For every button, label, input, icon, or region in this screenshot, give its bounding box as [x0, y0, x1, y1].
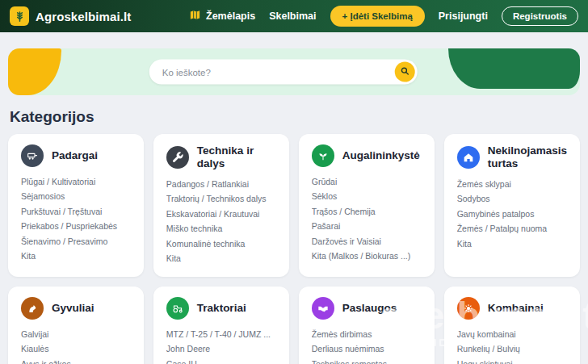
category-card[interactable]: PaslaugosŽemės dirbimasDerliaus nuėmimas…: [299, 287, 435, 364]
search-banner: [8, 48, 580, 95]
subcategory-link[interactable]: Kita (Malkos / Biokuras ...): [312, 249, 422, 265]
category-subcategory-list: GrūdaiSėklosTrąšos / ChemijaPašaraiDaržo…: [312, 174, 422, 264]
search-button[interactable]: [395, 62, 415, 82]
category-title[interactable]: Nekilnojamasis turtas: [488, 144, 567, 169]
category-card[interactable]: Nekilnojamasis turtasŽemės sklypaiSodybo…: [444, 134, 580, 277]
subcategory-link[interactable]: Daržovės ir Vaisiai: [312, 234, 422, 249]
category-card[interactable]: Technika ir dalysPadangos / RatlankiaiTr…: [153, 134, 289, 277]
subcategory-link[interactable]: Žemės / Patalpų nuoma: [457, 222, 567, 237]
category-card-header: Augalininkystė: [312, 144, 422, 167]
subcategory-link[interactable]: Javų kombainai: [457, 327, 567, 342]
combine-icon: [457, 297, 480, 320]
category-title[interactable]: Gyvuliai: [52, 302, 94, 315]
brand-logo[interactable]: Agroskelbimai.lt: [10, 6, 131, 26]
wrench-icon: [166, 146, 189, 169]
subcategory-link[interactable]: Komunalinė technika: [166, 236, 276, 252]
trailer-icon: [21, 144, 44, 167]
subcategory-link[interactable]: Grūdai: [312, 174, 422, 190]
search-form: [149, 60, 418, 85]
category-card-header: Technika ir dalys: [166, 144, 276, 169]
subcategory-link[interactable]: Trąšos / Chemija: [312, 204, 422, 220]
decorative-green-shape: [448, 48, 580, 89]
subcategory-link[interactable]: Sodybos: [457, 192, 567, 207]
subcategory-link[interactable]: Runkelių / Bulvių: [457, 342, 567, 358]
subcategory-link[interactable]: Žemės dirbimas: [312, 327, 422, 342]
category-title[interactable]: Traktoriai: [197, 302, 246, 315]
category-card-header: Kombainai: [457, 297, 567, 320]
category-card[interactable]: KombainaiJavų kombainaiRunkelių / Bulvių…: [444, 287, 580, 364]
category-subcategory-list: GalvijaiKiaulėsAvys ir ožkosPaukščiaiArk…: [21, 327, 131, 364]
horse-icon: [21, 297, 44, 320]
category-subcategory-list: Plūgai / KultivatoriaiSėjamosiosPurkštuv…: [21, 174, 131, 264]
subcategory-link[interactable]: Priekabos / Puspriekabės: [21, 220, 131, 235]
subcategory-link[interactable]: Sėjamosios: [21, 190, 131, 205]
decorative-yellow-shape: [8, 48, 61, 95]
subcategory-link[interactable]: Derliaus nuėmimas: [312, 342, 422, 358]
category-subcategory-list: Padangos / RatlankiaiTraktorių / Technik…: [166, 177, 276, 266]
navbar-links: Žemėlapis Skelbimai + Įdėti Skelbimą Pri…: [189, 6, 578, 27]
tractor-icon: [166, 297, 189, 320]
category-title[interactable]: Kombainai: [488, 302, 544, 315]
subcategory-link[interactable]: Šienavimo / Presavimo: [21, 234, 131, 249]
login-link[interactable]: Prisijungti: [439, 10, 488, 22]
add-listing-button[interactable]: + Įdėti Skelbimą: [330, 6, 425, 27]
search-input[interactable]: [149, 67, 395, 77]
register-button[interactable]: Registruotis: [502, 6, 578, 26]
subcategory-link[interactable]: Padangos / Ratlankiai: [166, 177, 276, 192]
subcategory-link[interactable]: Kita: [21, 249, 131, 265]
subcategory-link[interactable]: Traktorių / Technikos dalys: [166, 192, 276, 207]
subcategory-link[interactable]: MTZ / T-25 / T-40 / JUMZ ...: [166, 327, 276, 342]
magnifier-icon: [400, 65, 410, 78]
top-navbar: Agroskelbimai.lt Žemėlapis Skelbimai + Į…: [0, 0, 588, 32]
category-subcategory-list: Javų kombainaiRunkelių / BulviųUogų skin…: [457, 327, 567, 364]
subcategory-link[interactable]: Sėklos: [312, 190, 422, 205]
subcategory-link[interactable]: Plūgai / Kultivatoriai: [21, 174, 131, 190]
category-title[interactable]: Augalininkystė: [342, 149, 420, 162]
category-title[interactable]: Padargai: [52, 149, 98, 162]
subcategory-link[interactable]: Ekskavatoriai / Krautuvai: [166, 207, 276, 222]
handshake-icon: [312, 297, 334, 320]
subcategory-link[interactable]: Gamybinės patalpos: [457, 207, 567, 222]
subcategory-link[interactable]: Žemės sklypai: [457, 177, 567, 192]
category-subcategory-list: Žemės dirbimasDerliaus nuėmimasTechnikos…: [312, 327, 422, 364]
sprout-icon: [312, 144, 334, 167]
brand-name: Agroskelbimai.lt: [36, 10, 131, 23]
category-card-header: Traktoriai: [166, 297, 276, 320]
subcategory-link[interactable]: Avys ir ožkos: [21, 357, 131, 364]
categories-grid: PadargaiPlūgai / KultivatoriaiSėjamosios…: [8, 134, 580, 364]
page-title: Kategorijos: [10, 108, 578, 126]
category-title[interactable]: Technika ir dalys: [197, 144, 276, 169]
wheat-icon: [10, 6, 29, 26]
subcategory-link[interactable]: Kita: [457, 236, 567, 252]
subcategory-link[interactable]: Technikos remontas: [312, 357, 422, 364]
category-card[interactable]: TraktoriaiMTZ / T-25 / T-40 / JUMZ ...Jo…: [153, 287, 289, 364]
category-card[interactable]: AugalininkystėGrūdaiSėklosTrąšos / Chemi…: [299, 134, 435, 277]
map-icon: [189, 9, 201, 23]
nav-map-label: Žemėlapis: [206, 10, 255, 22]
subcategory-link[interactable]: Pašarai: [312, 220, 422, 235]
subcategory-link[interactable]: Purkštuvai / Tręštuvai: [21, 204, 131, 220]
category-card[interactable]: PadargaiPlūgai / KultivatoriaiSėjamosios…: [8, 134, 144, 277]
category-card-header: Nekilnojamasis turtas: [457, 144, 567, 169]
subcategory-link[interactable]: Galvijai: [21, 327, 131, 342]
home-icon: [457, 146, 480, 169]
subcategory-link[interactable]: Kiaulės: [21, 342, 131, 358]
subcategory-link[interactable]: Uogų skintuvai: [457, 357, 567, 364]
subcategory-link[interactable]: Case IH: [166, 357, 276, 364]
category-card-header: Padargai: [21, 144, 131, 167]
category-card[interactable]: GyvuliaiGalvijaiKiaulėsAvys ir ožkosPauk…: [8, 287, 144, 364]
nav-listings-link[interactable]: Skelbimai: [269, 10, 316, 22]
category-card-header: Paslaugos: [312, 297, 422, 320]
category-subcategory-list: MTZ / T-25 / T-40 / JUMZ ...John DeereCa…: [166, 327, 276, 364]
category-subcategory-list: Žemės sklypaiSodybosGamybinės patalposŽe…: [457, 177, 567, 252]
subcategory-link[interactable]: Miško technika: [166, 222, 276, 237]
subcategory-link[interactable]: John Deere: [166, 342, 276, 358]
category-title[interactable]: Paslaugos: [342, 302, 397, 315]
subcategory-link[interactable]: Kita: [166, 252, 276, 267]
nav-map-link[interactable]: Žemėlapis: [189, 9, 255, 23]
category-card-header: Gyvuliai: [21, 297, 131, 320]
